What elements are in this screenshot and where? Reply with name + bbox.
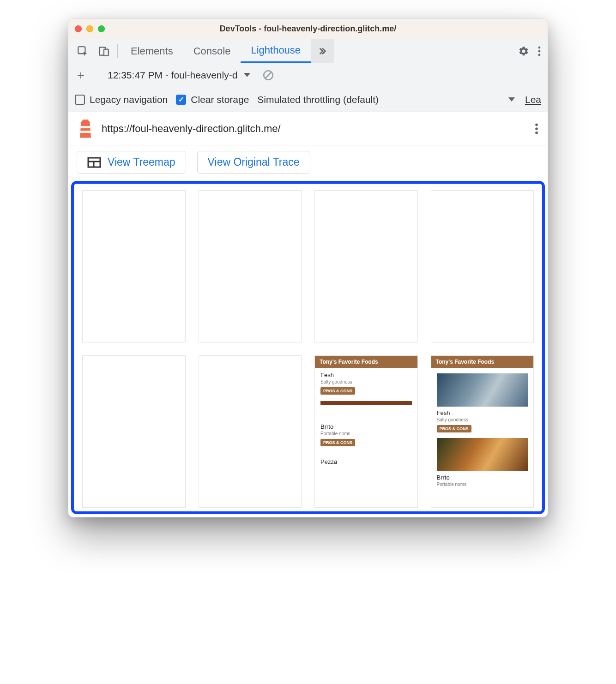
mini-item-sub: Salty goodness bbox=[437, 417, 528, 422]
mini-item-btn: PROS & CONS bbox=[320, 439, 355, 446]
clear-run-icon[interactable] bbox=[262, 69, 274, 81]
chevron-down-icon[interactable] bbox=[508, 97, 515, 102]
mini-item-sub: Salty goodness bbox=[320, 379, 412, 384]
view-original-trace-label: View Original Trace bbox=[208, 156, 300, 168]
mini-item-title: Brrto bbox=[437, 474, 528, 481]
mini-page-header: Tony's Favorite Foods bbox=[315, 356, 417, 368]
traffic-lights bbox=[75, 25, 105, 32]
treemap-icon bbox=[87, 157, 101, 168]
filmstrip-frame[interactable] bbox=[82, 355, 186, 508]
devtools-window: DevTools - foul-heavenly-direction.glitc… bbox=[68, 18, 548, 517]
inspect-element-icon[interactable] bbox=[72, 39, 93, 63]
run-dropdown-label: 12:35:47 PM - foul-heavenly-d bbox=[108, 70, 237, 81]
mini-item-sub: Portable noms bbox=[320, 431, 412, 436]
clear-storage-checkbox[interactable]: Clear storage bbox=[176, 94, 249, 105]
view-treemap-label: View Treemap bbox=[108, 156, 175, 168]
mini-page-body: Fesh Salty goodness PROS & CONS Brrto Po… bbox=[431, 368, 534, 493]
view-original-trace-button[interactable]: View Original Trace bbox=[197, 151, 310, 174]
minimize-window-button[interactable] bbox=[86, 25, 93, 32]
device-toolbar-icon[interactable] bbox=[93, 39, 115, 63]
filmstrip-frame[interactable] bbox=[199, 355, 302, 508]
filmstrip-frame[interactable] bbox=[82, 190, 186, 342]
mini-item-title: Brrto bbox=[320, 423, 412, 430]
mini-image bbox=[437, 438, 528, 471]
mini-image bbox=[437, 373, 528, 407]
more-tabs-button[interactable] bbox=[311, 39, 334, 63]
filmstrip-frame[interactable] bbox=[431, 190, 534, 342]
throttling-label: Simulated throttling (default) bbox=[257, 94, 379, 105]
lighthouse-logo-icon bbox=[78, 120, 93, 138]
mini-page-body: Fesh Salty goodness PROS & CONS Brrto Po… bbox=[315, 368, 417, 470]
tab-elements[interactable]: Elements bbox=[121, 39, 183, 63]
tab-console[interactable]: Console bbox=[183, 39, 241, 63]
new-run-button[interactable]: ＋ bbox=[73, 67, 89, 83]
zoom-window-button[interactable] bbox=[98, 25, 105, 32]
settings-gear-icon[interactable] bbox=[518, 46, 529, 57]
checkbox-checked-icon bbox=[176, 95, 186, 105]
mini-item-title: Pezza bbox=[320, 458, 412, 465]
window-title: DevTools - foul-heavenly-direction.glitc… bbox=[68, 24, 548, 34]
svg-point-4 bbox=[538, 50, 541, 52]
report-options-kebab-icon[interactable] bbox=[535, 123, 538, 135]
close-window-button[interactable] bbox=[75, 25, 82, 32]
mini-item-title: Fesh bbox=[320, 372, 412, 378]
filmstrip-grid: Tony's Favorite Foods Fesh Salty goodnes… bbox=[82, 190, 534, 508]
filmstrip-frame[interactable] bbox=[314, 190, 418, 342]
options-row: Legacy navigation Clear storage Simulate… bbox=[68, 87, 548, 112]
filmstrip-frame[interactable]: Tony's Favorite Foods Fesh Salty goodnes… bbox=[314, 355, 418, 508]
svg-point-7 bbox=[535, 123, 538, 126]
titlebar: DevTools - foul-heavenly-direction.glitc… bbox=[68, 19, 548, 39]
legacy-nav-checkbox[interactable]: Legacy navigation bbox=[75, 94, 168, 105]
filmstrip-frame[interactable] bbox=[199, 190, 302, 342]
action-buttons: View Treemap View Original Trace bbox=[68, 145, 548, 181]
legacy-nav-label: Legacy navigation bbox=[90, 94, 168, 105]
throttling-dropdown[interactable]: Simulated throttling (default) bbox=[257, 94, 379, 105]
clear-storage-label: Clear storage bbox=[191, 94, 249, 105]
more-options-kebab-icon[interactable] bbox=[537, 46, 541, 57]
mini-item-btn: PROS & CONS bbox=[320, 387, 355, 395]
separator bbox=[117, 44, 118, 58]
audited-url: https://foul-heavenly-direction.glitch.m… bbox=[102, 123, 526, 135]
checkbox-unchecked-icon bbox=[75, 95, 85, 105]
chevron-down-icon bbox=[244, 73, 250, 77]
svg-rect-2 bbox=[104, 49, 109, 55]
svg-point-3 bbox=[538, 46, 541, 48]
filmstrip-highlight: Tony's Favorite Foods Fesh Salty goodnes… bbox=[71, 181, 545, 514]
svg-point-5 bbox=[538, 54, 541, 56]
mini-page-header: Tony's Favorite Foods bbox=[431, 356, 534, 368]
view-treemap-button[interactable]: View Treemap bbox=[77, 151, 186, 174]
mini-item-title: Fesh bbox=[437, 409, 528, 416]
svg-point-9 bbox=[535, 131, 538, 134]
mini-item-sub: Portable noms bbox=[437, 482, 528, 487]
mini-image-placeholder bbox=[320, 401, 412, 405]
overflow-link[interactable]: Lea bbox=[525, 94, 541, 105]
url-row: https://foul-heavenly-direction.glitch.m… bbox=[68, 112, 548, 145]
filmstrip-frame[interactable]: Tony's Favorite Foods Fesh Salty goodnes… bbox=[431, 355, 534, 508]
tab-lighthouse[interactable]: Lighthouse bbox=[241, 39, 311, 63]
run-selector-row: ＋ 12:35:47 PM - foul-heavenly-d bbox=[68, 63, 548, 87]
panel-tabs: Elements Console Lighthouse bbox=[68, 39, 548, 63]
svg-point-8 bbox=[535, 127, 538, 130]
mini-item-btn: PROS & CONS bbox=[437, 425, 471, 432]
run-dropdown[interactable]: 12:35:47 PM - foul-heavenly-d bbox=[106, 69, 252, 82]
